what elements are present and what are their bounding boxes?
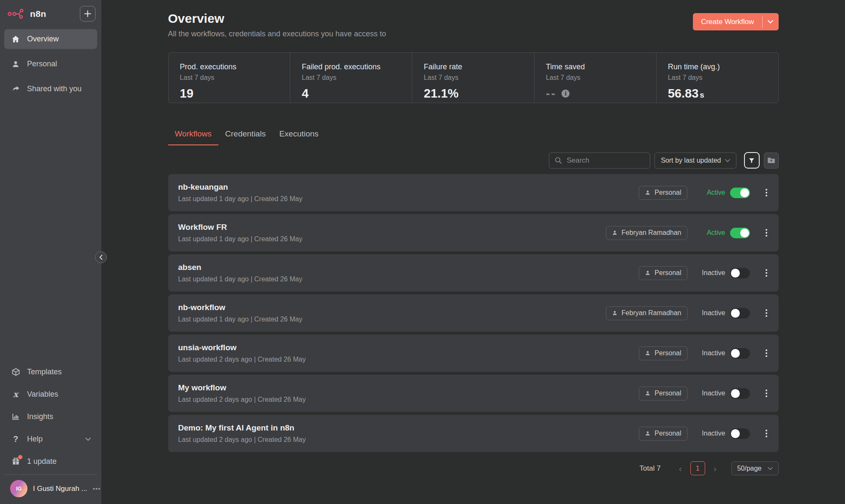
sidebar-item-shared-with-you[interactable]: Shared with you (4, 79, 97, 99)
active-toggle[interactable] (730, 308, 750, 319)
workflow-name: Demo: My first AI Agent in n8n (178, 423, 306, 433)
workflow-info: My workflow Last updated 2 days ago | Cr… (178, 383, 306, 403)
workflow-card[interactable]: absen Last updated 1 day ago | Created 2… (168, 254, 779, 292)
workflow-meta: Last updated 1 day ago | Created 26 May (178, 195, 303, 203)
prev-page-button[interactable]: ‹ (674, 464, 687, 473)
stat-value: 4 (302, 87, 412, 101)
sidebar: n8n Overview Personal Shared with you (0, 0, 101, 504)
owner-badge: Personal (639, 387, 687, 400)
workflow-card[interactable]: unsia-workflow Last updated 2 days ago |… (168, 335, 779, 372)
question-mark-icon: ? (11, 434, 21, 444)
sidebar-item-insights[interactable]: Insights (4, 407, 97, 426)
kebab-menu-icon[interactable] (764, 187, 769, 198)
info-icon[interactable]: i (562, 90, 570, 98)
tab-executions[interactable]: Executions (273, 129, 325, 145)
pagination-total: Total 7 (640, 464, 661, 473)
owner-name: Personal (654, 189, 681, 196)
add-workflow-button[interactable] (80, 6, 95, 22)
sidebar-item-label: Insights (27, 412, 53, 421)
sidebar-item-updates[interactable]: 1 update (4, 452, 97, 471)
kebab-menu-icon[interactable] (764, 227, 769, 238)
sidebar-item-variables[interactable]: x Variables (4, 385, 97, 403)
user-account-row[interactable]: IG I Gusti Ngurah ... ••• (4, 474, 97, 504)
owner-name: Personal (654, 430, 681, 437)
workflow-meta: Last updated 2 days ago | Created 26 May (178, 436, 306, 444)
filter-button[interactable] (744, 152, 760, 169)
workflow-info: absen Last updated 1 day ago | Created 2… (178, 263, 303, 283)
workflow-info: Workflow FR Last updated 1 day ago | Cre… (178, 223, 303, 243)
funnel-icon (748, 157, 755, 164)
page-size-select[interactable]: 50/page (731, 461, 779, 475)
tab-workflows[interactable]: Workflows (168, 129, 218, 145)
sidebar-item-label: Help (27, 435, 43, 444)
active-toggle[interactable] (730, 228, 750, 238)
current-page-button[interactable]: 1 (690, 461, 705, 475)
owner-name: Personal (654, 269, 681, 277)
sidebar-item-personal[interactable]: Personal (4, 54, 97, 74)
kebab-menu-icon[interactable] (764, 348, 769, 359)
stat-failure-rate: Failure rate Last 7 days 21.1% (412, 53, 534, 103)
workflow-meta: Last updated 1 day ago | Created 26 May (178, 275, 303, 283)
main-area: Overview All the workflows, credentials … (101, 0, 845, 504)
next-page-button[interactable]: › (709, 464, 721, 473)
search-input[interactable] (567, 156, 644, 165)
create-workflow-dropdown-button[interactable] (763, 13, 779, 30)
sidebar-item-templates[interactable]: Templates (4, 362, 97, 381)
workflow-info: unsia-workflow Last updated 2 days ago |… (178, 343, 306, 363)
person-icon (612, 230, 618, 236)
more-horizontal-icon[interactable]: ••• (93, 485, 101, 492)
workflow-meta: Last updated 2 days ago | Created 26 May (178, 396, 306, 403)
new-folder-button[interactable] (764, 153, 779, 169)
page-title: Overview (168, 11, 386, 26)
status-label: Active (698, 229, 725, 237)
sidebar-item-label: 1 update (27, 457, 57, 466)
tab-credentials[interactable]: Credentials (218, 129, 273, 145)
stat-value: 19 (180, 87, 290, 101)
owner-badge: Febryan Ramadhan (606, 306, 687, 320)
sidebar-item-overview[interactable]: Overview (4, 29, 97, 49)
list-controls: Sort by last updated (168, 152, 779, 169)
owner-badge: Personal (639, 427, 687, 441)
kebab-menu-icon[interactable] (764, 308, 769, 319)
stat-time-saved: Time saved Last 7 days --i (534, 53, 656, 103)
active-toggle[interactable] (730, 348, 750, 359)
kebab-menu-icon[interactable] (764, 267, 769, 278)
active-toggle[interactable] (730, 428, 750, 439)
chevron-down-icon (725, 159, 730, 162)
package-icon (11, 367, 21, 377)
workflow-info: nb-keuangan Last updated 1 day ago | Cre… (178, 183, 303, 203)
person-icon (645, 390, 651, 396)
sidebar-item-label: Templates (27, 368, 62, 376)
workflow-name: nb-keuangan (178, 183, 303, 192)
chevron-down-icon (768, 20, 773, 24)
create-workflow-button[interactable]: Create Workflow (693, 13, 762, 30)
workflow-name: absen (178, 263, 303, 272)
owner-badge: Personal (639, 186, 687, 200)
status-label: Inactive (698, 430, 725, 437)
workflow-card[interactable]: nb-workflow Last updated 1 day ago | Cre… (168, 294, 779, 332)
page-header: Overview All the workflows, credentials … (168, 11, 779, 38)
kebab-menu-icon[interactable] (764, 428, 769, 439)
active-toggle[interactable] (730, 188, 750, 198)
toggle-knob (731, 389, 740, 398)
sidebar-collapse-button[interactable] (95, 251, 107, 263)
sort-dropdown[interactable]: Sort by last updated (654, 153, 736, 169)
workflow-card[interactable]: nb-keuangan Last updated 1 day ago | Cre… (168, 174, 779, 211)
page-subtitle: All the workflows, credentials and execu… (168, 30, 386, 38)
sidebar-item-help[interactable]: ? Help (4, 430, 97, 448)
owner-badge: Personal (639, 346, 687, 360)
toggle-knob (731, 269, 740, 278)
active-toggle[interactable] (730, 268, 750, 278)
home-icon (11, 34, 21, 44)
workflow-card[interactable]: My workflow Last updated 2 days ago | Cr… (168, 375, 779, 412)
share-arrow-icon (11, 84, 21, 94)
workflow-card[interactable]: Workflow FR Last updated 1 day ago | Cre… (168, 214, 779, 251)
workflow-card[interactable]: Demo: My first AI Agent in n8n Last upda… (168, 415, 779, 452)
sidebar-item-label: Personal (27, 60, 57, 68)
person-icon (645, 190, 651, 196)
stat-run-time-avg: Run time (avg.) Last 7 days 56.83s (656, 53, 778, 103)
active-toggle[interactable] (730, 388, 750, 399)
kebab-menu-icon[interactable] (764, 388, 769, 399)
workflow-name: unsia-workflow (178, 343, 306, 352)
plus-icon (84, 10, 91, 17)
